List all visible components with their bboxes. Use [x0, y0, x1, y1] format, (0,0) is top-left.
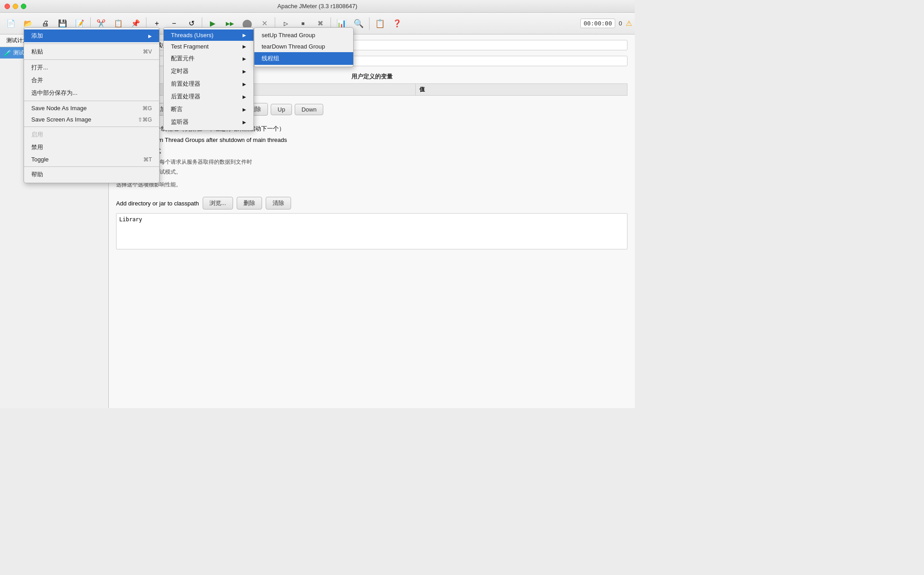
submenu-fragment-label: Test Fragment: [171, 43, 239, 50]
menu-item-save-selection[interactable]: 选中部分保存为...: [24, 87, 159, 99]
menu-item-enable: 启用: [24, 128, 159, 141]
menu-item-help[interactable]: 帮助: [24, 168, 159, 181]
menu-sep-4: [24, 127, 159, 127]
submenu-listener-label: 监听器: [171, 118, 239, 126]
menu-item-save-node-image-label: Save Node As Image: [31, 105, 139, 112]
submenu-threads-arrow: ▶: [243, 33, 246, 38]
menu-item-help-label: 帮助: [31, 171, 152, 179]
menu-item-toggle[interactable]: Toggle ⌘T: [24, 154, 159, 165]
menu-item-open[interactable]: 打开...: [24, 61, 159, 74]
submenu-item-fragment[interactable]: Test Fragment ▶: [164, 41, 253, 52]
submenu-item-listener[interactable]: 监听器 ▶: [164, 116, 253, 128]
submenu-item-threadgroup[interactable]: 线程组: [254, 52, 353, 65]
menu-sep-5: [24, 166, 159, 167]
menu-item-toggle-label: Toggle: [31, 156, 140, 163]
submenu-item-pre-processor[interactable]: 前置处理器 ▶: [164, 78, 253, 90]
menu-item-disable[interactable]: 禁用: [24, 141, 159, 154]
menu-item-add[interactable]: 添加 ▶: [24, 29, 159, 42]
submenu-item-setup[interactable]: setUp Thread Group: [254, 29, 353, 41]
menu-item-save-selection-label: 选中部分保存为...: [31, 89, 152, 97]
menu-sep-1: [24, 44, 159, 44]
menu-item-open-label: 打开...: [31, 63, 152, 72]
menu-item-merge[interactable]: 合并: [24, 74, 159, 87]
context-menu-overlay: 添加 ▶ 粘贴 ⌘V 打开... 合并 选中部分保存为... Save Node…: [0, 0, 635, 408]
menu-sep-2: [24, 59, 159, 60]
menu-sep-3: [24, 101, 159, 101]
submenu-assertion-arrow: ▶: [243, 107, 246, 112]
submenu-timer-label: 定时器: [171, 67, 239, 75]
menu-item-save-node-shortcut: ⌘G: [142, 105, 152, 112]
submenu-item-assertion[interactable]: 断言 ▶: [164, 103, 253, 116]
primary-context-menu: 添加 ▶ 粘贴 ⌘V 打开... 合并 选中部分保存为... Save Node…: [24, 27, 160, 183]
submenu-config-arrow: ▶: [243, 56, 246, 61]
menu-item-enable-label: 启用: [31, 131, 152, 139]
submenu-assertion-label: 断言: [171, 105, 239, 113]
submenu-setup-label: setUp Thread Group: [262, 32, 346, 39]
submenu-pre-arrow: ▶: [243, 82, 246, 87]
submenu-post-label: 后置处理器: [171, 93, 239, 101]
main-layout: 测试计划 工作台 🧪 测试计划 名称： 注释： 用户定义的变量: [0, 34, 635, 408]
submenu-item-timer[interactable]: 定时器 ▶: [164, 65, 253, 78]
submenu-threads: setUp Thread Group tearDown Thread Group…: [254, 27, 354, 67]
submenu-config-label: 配置元件: [171, 54, 239, 63]
submenu-timer-arrow: ▶: [243, 69, 246, 74]
menu-item-save-screen-image[interactable]: Save Screen As Image ⇧⌘G: [24, 114, 159, 125]
menu-item-merge-label: 合并: [31, 76, 152, 84]
submenu-item-teardown[interactable]: tearDown Thread Group: [254, 41, 353, 52]
menu-item-add-label: 添加: [31, 32, 145, 40]
menu-item-paste-label: 粘贴: [31, 48, 139, 56]
menu-item-toggle-shortcut: ⌘T: [143, 156, 152, 163]
menu-item-add-arrow: ▶: [148, 34, 152, 39]
menu-item-disable-label: 禁用: [31, 143, 152, 151]
submenu-listener-arrow: ▶: [243, 120, 246, 125]
menu-item-paste-shortcut: ⌘V: [143, 49, 152, 55]
submenu-pre-label: 前置处理器: [171, 80, 239, 88]
submenu-item-threads[interactable]: Threads (Users) ▶: [164, 29, 253, 41]
submenu-item-post-processor[interactable]: 后置处理器 ▶: [164, 90, 253, 103]
menu-item-paste[interactable]: 粘贴 ⌘V: [24, 45, 159, 58]
submenu-threads-label: Threads (Users): [171, 32, 239, 39]
submenu-item-config[interactable]: 配置元件 ▶: [164, 52, 253, 65]
submenu-add: Threads (Users) ▶ Test Fragment ▶ 配置元件 ▶…: [163, 27, 254, 131]
menu-item-save-screen-shortcut: ⇧⌘G: [138, 117, 152, 123]
submenu-post-arrow: ▶: [243, 94, 246, 99]
submenu-teardown-label: tearDown Thread Group: [262, 43, 346, 50]
submenu-threadgroup-label: 线程组: [262, 54, 346, 63]
menu-item-save-screen-image-label: Save Screen As Image: [31, 116, 134, 123]
submenu-fragment-arrow: ▶: [243, 44, 246, 49]
menu-item-save-node-image[interactable]: Save Node As Image ⌘G: [24, 102, 159, 114]
